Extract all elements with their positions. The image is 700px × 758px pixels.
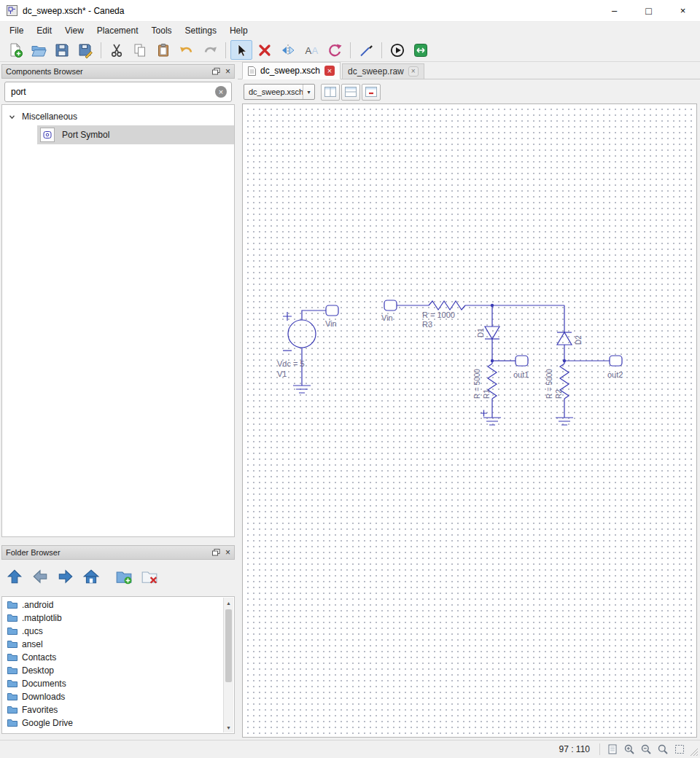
open-file-button[interactable] [28,40,50,60]
zoom-original-icon [657,743,669,755]
scroll-thumb[interactable] [225,609,232,682]
delete-folder-button[interactable] [138,566,160,588]
zoom-out-button[interactable] [639,742,653,757]
save-button[interactable] [51,40,73,60]
toolbar-separator [101,42,101,58]
ground-1[interactable] [481,410,501,426]
port-out2[interactable] [610,356,622,366]
folder-item[interactable]: Desktop [2,664,223,677]
port-vin-input[interactable] [384,300,397,310]
zoom-in-button[interactable] [622,742,637,757]
folder-icon [7,653,18,662]
float-panel-icon[interactable] [212,549,220,556]
folder-item[interactable]: Downloads [2,690,223,703]
rotate-button[interactable] [324,40,346,60]
component-search-input[interactable] [4,82,232,102]
d2-label: D2 [575,335,583,345]
component-v1[interactable] [283,312,316,351]
menu-placement[interactable]: Placement [90,23,145,38]
folder-home-button[interactable] [79,566,102,588]
folder-list-scrollbar[interactable]: ▲ ▼ [223,598,233,732]
tree-category-miscellaneous[interactable]: Miscellaneous [2,108,234,125]
component-d2[interactable] [557,332,572,345]
menu-tools[interactable]: Tools [145,23,179,38]
folder-up-button[interactable] [3,566,26,588]
copy-button[interactable] [129,40,151,60]
select-tool-button[interactable] [230,40,252,60]
save-as-button[interactable] [74,40,96,60]
component-r3[interactable] [429,301,465,310]
scroll-down-button[interactable]: ▼ [224,722,233,732]
folder-item[interactable]: Favorites [2,703,223,716]
folder-icon [7,627,18,636]
menu-file[interactable]: File [3,23,30,38]
r1-name-label: R1 [483,389,491,399]
tree-item-label: Port Symbol [62,130,109,140]
folder-item[interactable]: .android [2,598,223,612]
folder-back-button[interactable] [28,566,51,588]
cursor-position: 97 : 110 [559,744,590,754]
zoom-original-button[interactable] [656,742,670,757]
close-panel-icon[interactable]: × [225,549,230,556]
menu-help[interactable]: Help [223,23,254,38]
cursor-icon [233,42,249,58]
mirror-horizontal-icon [280,42,296,58]
float-panel-icon[interactable] [212,68,220,75]
tab-dc-sweep-xsch[interactable]: dc_sweep.xsch × [242,62,341,79]
split-horizontal-button[interactable] [341,84,360,101]
paste-button[interactable] [152,40,174,60]
redo-button[interactable] [199,40,221,60]
schematic-canvas[interactable]: Vdc = 5 V1 Vin Vin R = 1000 R3 out1 out2… [242,103,697,738]
split-vertical-button[interactable] [321,84,340,101]
scroll-up-button[interactable]: ▲ [224,598,233,608]
new-folder-icon [115,568,133,585]
port-vin-source[interactable] [326,305,338,316]
menu-settings[interactable]: Settings [179,23,223,38]
ground-v1[interactable] [293,386,311,393]
delete-tool-button[interactable] [254,40,276,60]
port-out1[interactable] [516,356,528,366]
component-d1[interactable] [485,327,499,339]
maximize-button[interactable]: □ [631,0,666,21]
tree-item-port-symbol[interactable]: Port Symbol [37,125,234,144]
close-panel-icon[interactable]: × [225,68,230,75]
tab-dc-sweep-raw[interactable]: dc_sweep.raw × [342,63,424,79]
folder-browser-header[interactable]: Folder Browser × [1,545,235,560]
close-button[interactable]: × [666,0,700,21]
menu-edit[interactable]: Edit [30,23,58,38]
folder-forward-button[interactable] [54,566,77,588]
folder-toolbar [3,562,160,591]
folder-item[interactable]: ansel [2,638,223,651]
insert-wire-button[interactable] [355,40,377,60]
new-folder-button[interactable] [112,566,135,588]
schematic-selector[interactable]: dc_sweep.xsch ▾ [244,84,315,100]
schematic-drawing: Vdc = 5 V1 Vin Vin R = 1000 R3 out1 out2… [243,104,697,737]
mirror-horizontal-button[interactable] [277,40,299,60]
simulate-button[interactable] [386,40,408,60]
folder-list-items: .android.matplotlib.qucsanselContactsDes… [2,598,223,733]
menu-view[interactable]: View [58,23,90,38]
folder-item[interactable]: Contacts [2,651,223,664]
ground-2[interactable] [556,418,573,425]
open-results-button[interactable] [410,40,432,60]
undo-button[interactable] [176,40,198,60]
components-browser-header[interactable]: Components Browser × [1,64,235,79]
zoom-area-button[interactable] [672,742,687,757]
folder-item[interactable]: .matplotlib [2,612,223,625]
mirror-vertical-button[interactable]: AA [300,40,322,60]
cut-button[interactable] [106,40,128,60]
resize-grip[interactable] [690,748,699,757]
minimize-button[interactable]: – [597,0,631,21]
close-split-button[interactable] [362,84,381,101]
folder-item[interactable]: Documents [2,677,223,690]
new-file-button[interactable] [4,40,26,60]
tree-category-label: Miscellaneous [22,112,77,122]
folder-item[interactable]: .qucs [2,625,223,638]
folder-item[interactable]: Google Drive [2,716,223,730]
folder-icon [7,719,18,727]
tab-close-button[interactable]: × [324,66,335,76]
tab-close-button[interactable]: × [408,66,419,77]
zoom-fit-page-button[interactable] [605,742,620,757]
folder-list: .android.matplotlib.qucsanselContactsDes… [1,596,235,734]
clear-search-button[interactable]: × [215,86,227,98]
